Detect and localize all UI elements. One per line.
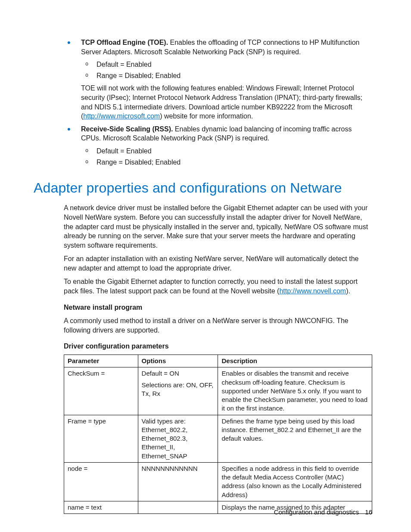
- toe-sub-range: Range = Disabled; Enabled: [81, 71, 372, 81]
- opt-primary: Default = ON: [142, 369, 215, 378]
- th-description: Description: [218, 355, 372, 367]
- novell-link[interactable]: http://www.novell.com: [279, 287, 346, 295]
- params-table: Parameter Options Description CheckSum =…: [64, 355, 372, 514]
- section-heading: Adapter properties and configurations on…: [34, 179, 372, 197]
- document-page: TCP Offload Engine (TOE). Enables the of…: [0, 0, 411, 532]
- body-block: A network device driver must be installe…: [64, 203, 372, 514]
- toe-note-b: ) website for more information.: [160, 112, 253, 120]
- cell-options: Default = ON Selections are: ON, OFF, Tx…: [138, 367, 218, 415]
- body-p3: To enable the Gigabit Ethernet adapter t…: [64, 277, 372, 296]
- footer-page-number: 16: [365, 508, 372, 516]
- cell-desc: Specifies a node address in this field t…: [218, 462, 372, 501]
- rss-sub-range: Range = Disabled; Enabled: [81, 158, 372, 167]
- toe-paragraph: TCP Offload Engine (TOE). Enables the of…: [81, 38, 372, 56]
- body-p3b: ).: [346, 287, 350, 295]
- cell-desc: Enables or disables the transmit and rec…: [218, 367, 372, 415]
- table-row: node = NNNNNNNNNNNN Specifies a node add…: [64, 462, 372, 501]
- subhead-install: Netware install program: [64, 303, 372, 312]
- rss-paragraph: Receive-Side Scaling (RSS). Enables dyna…: [81, 124, 372, 143]
- page-footer: Configuration and diagnostics16: [274, 508, 372, 516]
- footer-section: Configuration and diagnostics: [274, 508, 359, 516]
- toe-title: TCP Offload Engine (TOE).: [81, 39, 168, 46]
- cell-param: Frame = type: [64, 415, 138, 462]
- table-row: CheckSum = Default = ON Selections are: …: [64, 367, 372, 415]
- opt-secondary: Selections are: ON, OFF, Tx, Rx: [142, 381, 215, 398]
- body-p2: For an adapter installation with an exis…: [64, 254, 372, 273]
- cell-param: name = text: [64, 501, 138, 513]
- th-parameter: Parameter: [64, 355, 138, 367]
- table-header-row: Parameter Options Description: [64, 355, 372, 367]
- th-options: Options: [138, 355, 218, 367]
- subhead-params: Driver configuration parameters: [64, 342, 372, 351]
- cell-desc: Defines the frame type being used by thi…: [218, 415, 372, 462]
- bullet-toe: TCP Offload Engine (TOE). Enables the of…: [34, 38, 372, 121]
- rss-sub-default: Default = Enabled: [81, 146, 372, 156]
- cell-param: node =: [64, 462, 138, 501]
- top-bullet-list: TCP Offload Engine (TOE). Enables the of…: [34, 38, 372, 167]
- table-row: Frame = type Valid types are: Ethernet_8…: [64, 415, 372, 462]
- cell-options: NNNNNNNNNNNN: [138, 462, 218, 501]
- cell-param: CheckSum =: [64, 367, 138, 415]
- cell-options: Valid types are: Ethernet_802.2, Etherne…: [138, 415, 218, 462]
- microsoft-link[interactable]: http://www.microsoft.com: [83, 112, 160, 120]
- toe-sub-default: Default = Enabled: [81, 60, 372, 69]
- toe-sublist: Default = Enabled Range = Disabled; Enab…: [81, 60, 372, 80]
- rss-title: Receive-Side Scaling (RSS).: [81, 125, 173, 133]
- cell-options: [138, 501, 218, 513]
- body-p4: A commonly used method to install a driv…: [64, 316, 372, 335]
- toe-note: TOE will not work with the following fea…: [81, 84, 372, 121]
- bullet-rss: Receive-Side Scaling (RSS). Enables dyna…: [34, 124, 372, 167]
- rss-sublist: Default = Enabled Range = Disabled; Enab…: [81, 146, 372, 167]
- body-p1: A network device driver must be installe…: [64, 203, 372, 250]
- page-content: TCP Offload Engine (TOE). Enables the of…: [34, 38, 372, 514]
